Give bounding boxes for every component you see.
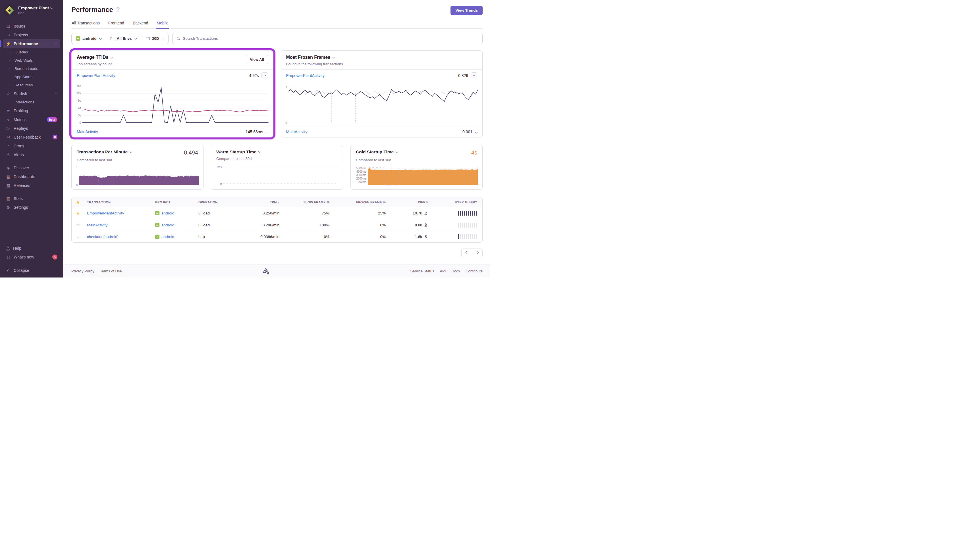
col-tpm[interactable]: TPM ↓ — [244, 201, 282, 204]
average-ttids-panel: Average TTIDs Top screens by count View … — [71, 50, 273, 138]
sidebar-collapse-button[interactable]: Collapse — [3, 266, 60, 275]
transaction-link[interactable]: MainActivity — [77, 130, 98, 134]
transaction-link[interactable]: MainActivity — [286, 130, 307, 134]
expand-button[interactable] — [475, 129, 477, 134]
svg-text:12s: 12s — [77, 92, 81, 95]
sidebar-item-profiling[interactable]: ≣ Profiling — [3, 106, 60, 115]
sidebar-item-stats[interactable]: ▥ Stats — [3, 194, 60, 203]
telescope-icon: ◈ — [6, 165, 11, 170]
environment-filter[interactable]: All Envs — [106, 33, 141, 44]
warm-startup-chart[interactable]: 1ms0 — [215, 163, 339, 185]
view-trends-button[interactable]: View Trends — [450, 6, 483, 15]
help-icon[interactable]: ? — [116, 7, 120, 12]
user-misery-bars — [431, 211, 482, 216]
tpm-title[interactable]: Transactions Per Minute — [77, 149, 132, 154]
col-operation[interactable]: OPERATION — [196, 201, 244, 204]
project-link[interactable]: android — [161, 234, 174, 239]
star-toggle[interactable]: ★ — [76, 211, 80, 216]
star-toggle[interactable]: ☆ — [76, 234, 80, 239]
sidebar-item-metrics[interactable]: ∿ Metrics beta — [3, 115, 60, 124]
sidebar-item-performance[interactable]: ⚡ Performance — [3, 39, 60, 48]
tpm-value: 0.206/min — [263, 223, 280, 227]
footer-link-privacy[interactable]: Privacy Policy — [71, 269, 94, 273]
footer-link-contribute[interactable]: Contribute — [466, 269, 483, 273]
sidebar-item-projects[interactable]: ⊡ Projects — [3, 30, 60, 39]
table-row-empowerplantactivity[interactable]: ★ EmpowerPlantActivity android ui.load 0… — [72, 207, 482, 219]
table-row-checkout-android[interactable]: ☆ checkout [android] android http 0.0386… — [72, 231, 482, 242]
expand-button[interactable] — [266, 129, 268, 134]
search-input[interactable] — [183, 36, 479, 41]
star-toggle[interactable]: ☆ — [76, 222, 80, 227]
sidebar-item-screen-loads[interactable]: • Screen Loads — [3, 64, 60, 73]
sidebar-item-crons[interactable]: ◔ Crons — [3, 141, 60, 150]
svg-text:0: 0 — [285, 121, 287, 124]
table-header-row: ★ TRANSACTION PROJECT OPERATION TPM ↓ SL… — [72, 197, 482, 207]
sidebar-item-alerts[interactable]: ⚠ Alerts — [3, 150, 60, 159]
col-frozen-frame[interactable]: FROZEN FRAME % — [332, 201, 389, 204]
col-user-misery[interactable]: USER MISERY — [431, 201, 482, 204]
cold-startup-chart[interactable]: 5000ms4000ms3000ms2000ms1000ms — [354, 164, 479, 187]
ttid-chart[interactable]: 03s6s9s12s15s — [75, 82, 270, 124]
android-icon — [155, 223, 159, 227]
transaction-link[interactable]: EmpowerPlantActivity — [286, 73, 325, 78]
star-icon[interactable]: ★ — [76, 200, 80, 204]
collapse-button[interactable] — [471, 72, 477, 79]
tab-mobile[interactable]: Mobile — [156, 21, 169, 29]
sidebar-item-starfish[interactable]: ☆ Starfish — [3, 89, 60, 98]
project-filter[interactable]: android — [72, 33, 106, 44]
sidebar-item-help[interactable]: ? Help — [3, 244, 60, 252]
collapse-button[interactable] — [262, 72, 268, 79]
sidebar-item-issues[interactable]: ▤ Issues — [3, 22, 60, 30]
sidebar-item-interactions[interactable]: Interactions — [3, 98, 60, 106]
frozen-frames-chart[interactable]: 10 — [284, 82, 479, 124]
next-page-button[interactable] — [472, 249, 483, 257]
tab-backend[interactable]: Backend — [132, 21, 148, 29]
sidebar-item-queries[interactable]: • Queries — [3, 48, 60, 56]
broadcast-icon: ◎ — [6, 255, 11, 259]
transaction-link[interactable]: EmpowerPlantActivity — [87, 211, 124, 215]
col-slow-frame[interactable]: SLOW FRAME % — [282, 201, 332, 204]
footer-link-terms[interactable]: Terms of Use — [100, 269, 122, 273]
warm-startup-subtitle: Compared to last 30d — [211, 154, 343, 161]
org-switcher[interactable]: Empower Plant Nar — [0, 3, 63, 19]
sidebar-item-app-starts[interactable]: • App Starts — [3, 73, 60, 81]
table-row-mainactivity[interactable]: ☆ MainActivity android ui.load 0.206/min… — [72, 219, 482, 231]
previous-page-button[interactable] — [461, 249, 472, 257]
sidebar-item-whats-new[interactable]: ◎ What's new 5 — [3, 252, 60, 261]
sidebar-item-user-feedback[interactable]: ✉ User Feedback B — [3, 133, 60, 141]
view-all-button[interactable]: View All — [246, 55, 268, 64]
warm-startup-title[interactable]: Warm Startup Time — [216, 149, 260, 154]
sidebar-item-dashboards[interactable]: ▦ Dashboards — [3, 172, 60, 181]
average-ttids-title[interactable]: Average TTIDs — [77, 55, 112, 60]
col-project[interactable]: PROJECT — [153, 201, 196, 204]
footer-link-service-status[interactable]: Service Status — [410, 269, 434, 273]
transaction-link[interactable]: EmpowerPlantActivity — [77, 73, 115, 78]
transaction-link[interactable]: MainActivity — [87, 223, 108, 227]
warm-startup-time-panel: Warm Startup Time Compared to last 30d 1… — [211, 145, 343, 190]
footer-link-api[interactable]: API — [440, 269, 446, 273]
tpm-chart[interactable]: 10 — [75, 164, 200, 187]
col-transaction[interactable]: TRANSACTION — [84, 201, 153, 204]
most-frozen-frames-title[interactable]: Most Frozen Frames — [286, 55, 343, 60]
tab-frontend[interactable]: Frontend — [108, 21, 124, 29]
cold-startup-title[interactable]: Cold Startup Time — [356, 149, 398, 154]
search-icon — [176, 36, 180, 41]
project-link[interactable]: android — [161, 223, 174, 227]
footer-link-docs[interactable]: Docs — [451, 269, 460, 273]
tpm-value: 0.494 — [184, 149, 198, 156]
transaction-link[interactable]: checkout [android] — [87, 234, 118, 239]
slow-frame-value: 0% — [324, 234, 329, 239]
project-link[interactable]: android — [161, 211, 174, 215]
date-range-filter[interactable]: 30D — [141, 33, 168, 44]
sidebar-item-discover[interactable]: ◈ Discover — [3, 163, 60, 172]
sidebar-item-replays[interactable]: ▷ Replays — [3, 124, 60, 133]
svg-text:9s: 9s — [78, 99, 81, 102]
tab-all-transactions[interactable]: All Transactions — [71, 21, 100, 29]
sidebar-item-releases[interactable]: ▧ Releases — [3, 181, 60, 190]
sidebar-item-settings[interactable]: ⚙ Settings — [3, 203, 60, 212]
col-users[interactable]: USERS — [389, 201, 431, 204]
sidebar-item-web-vitals[interactable]: • Web Vitals — [3, 56, 60, 64]
users-count: 8.8k — [414, 223, 422, 227]
bullet-icon: • — [6, 59, 12, 62]
sidebar-item-resources[interactable]: • Resources — [3, 81, 60, 89]
